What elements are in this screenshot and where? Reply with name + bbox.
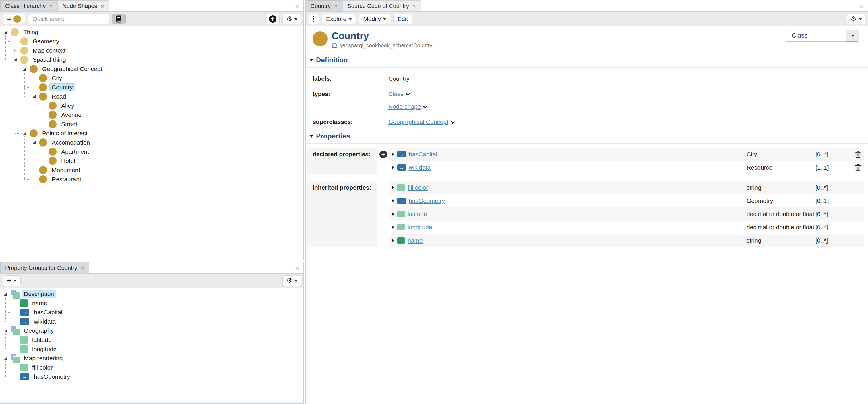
property-row-hascapital[interactable]: →hasCapitalCity[0..*] <box>389 148 864 161</box>
property-link-hascapital[interactable]: hasCapital <box>409 151 437 158</box>
property-row-latitude[interactable]: latitudedecimal or double or float[0..*] <box>389 207 864 221</box>
modify-menu-button[interactable]: Modify <box>359 13 391 24</box>
collapsed-icon[interactable] <box>392 199 394 203</box>
tree-node-country[interactable]: Country <box>32 83 303 92</box>
tree-node-accomodation[interactable]: Accomodation <box>32 138 303 147</box>
chevron-down-icon[interactable] <box>423 104 427 108</box>
property-row-fill-color[interactable]: fill colorstring[0..*] <box>389 181 864 194</box>
add-property-button[interactable]: + <box>379 150 387 158</box>
tree-node-restaurant[interactable]: Restaurant <box>32 175 303 184</box>
chevron-down-icon[interactable] <box>451 119 455 123</box>
resource-type-select[interactable]: Class <box>785 30 859 42</box>
add-property-group-button[interactable]: + <box>3 275 21 286</box>
tree-node-spatial-thing[interactable]: Spatial thing <box>12 55 303 64</box>
expanded-icon[interactable] <box>22 67 27 71</box>
tree-node-geography[interactable]: Geography <box>3 326 303 335</box>
collapsed-icon[interactable] <box>392 226 394 229</box>
datatype-property-icon <box>397 224 405 230</box>
tree-node-city[interactable]: City <box>32 74 303 83</box>
tab-close-icon[interactable]: × <box>412 3 416 9</box>
property-row-hasgeometry[interactable]: →hasGeometryGeometry[0..1] <box>389 194 864 207</box>
tab-close-icon[interactable]: × <box>49 3 53 9</box>
property-row-name[interactable]: namestring[0..*] <box>389 234 864 247</box>
tree-node-hascapital[interactable]: →hasCapital <box>12 308 303 317</box>
resource-link-node-shape[interactable]: Node shape <box>389 103 421 110</box>
tree-node-apartment[interactable]: Apartment <box>41 147 303 156</box>
collapsed-icon[interactable] <box>392 166 394 169</box>
more-actions-button[interactable] <box>308 13 319 24</box>
expanded-icon[interactable] <box>3 292 8 296</box>
tree-node-description[interactable]: Description <box>3 289 303 298</box>
panel-close-icon[interactable]: × <box>859 2 864 11</box>
create-class-button[interactable]: + <box>3 13 25 24</box>
tab-country[interactable]: Country× <box>306 0 342 11</box>
resource-id: IDgeosparql_cookbook_schema:Country <box>332 42 432 49</box>
tab-close-icon[interactable]: × <box>81 265 84 271</box>
tree-node-alley[interactable]: Alley <box>41 101 303 110</box>
expanded-icon[interactable] <box>32 95 37 98</box>
expanded-icon[interactable] <box>22 132 27 135</box>
tree-node-geometry[interactable]: Geometry <box>12 37 303 46</box>
tab-class-hierarchy[interactable]: Class Hierarchy× <box>0 0 57 11</box>
properties-section-header[interactable]: Properties <box>310 132 868 140</box>
tree-node-hasgeometry[interactable]: →hasGeometry <box>12 372 303 381</box>
property-row-longitude[interactable]: longitudedecimal or double or float[0..*… <box>389 221 864 234</box>
tree-node-avenue[interactable]: Avenue <box>41 110 303 119</box>
tab-property-groups-for-country[interactable]: Property Groups for Country× <box>0 262 89 273</box>
resource-link-class[interactable]: Class <box>389 90 404 97</box>
scroll-to-selected-button[interactable] <box>266 13 280 24</box>
tree-node-wikidata[interactable]: →wikidata <box>12 317 303 326</box>
delete-property-button[interactable] <box>852 150 864 158</box>
tab-close-icon[interactable]: × <box>334 3 338 9</box>
tree-node-geographical-concept[interactable]: Geographical Concept <box>22 64 303 74</box>
expanded-icon[interactable] <box>32 141 37 144</box>
edit-button[interactable]: Edit <box>393 13 412 24</box>
tree-node-street[interactable]: Street <box>41 119 303 129</box>
panel-settings-button[interactable]: ⚙ <box>847 13 865 24</box>
definition-section-header[interactable]: Definition <box>310 56 868 64</box>
trash-icon <box>854 164 862 172</box>
expanded-icon[interactable] <box>12 58 18 61</box>
panel-settings-button[interactable]: ⚙ <box>282 13 301 24</box>
quick-search-input[interactable] <box>28 16 109 22</box>
property-link-hasgeometry[interactable]: hasGeometry <box>409 197 445 204</box>
property-link-name[interactable]: name <box>408 237 423 244</box>
select-dropdown-button[interactable] <box>846 30 859 41</box>
dictionary-view-toggle-button[interactable] <box>112 13 126 24</box>
tree-node-fill-color[interactable]: fill color <box>12 363 303 372</box>
expanded-icon[interactable] <box>3 329 8 333</box>
tree-node-map-rendering[interactable]: Map rendering <box>3 354 303 363</box>
delete-property-button[interactable] <box>852 164 864 172</box>
chevron-down-icon[interactable] <box>406 92 410 96</box>
property-row-wikidata[interactable]: →wikidataResource[1..1] <box>389 161 864 174</box>
collapsed-icon[interactable] <box>392 186 394 190</box>
tree-node-latitude[interactable]: latitude <box>12 335 303 345</box>
collapsed-icon[interactable] <box>392 239 394 242</box>
tree-node-map-context[interactable]: Map context <box>12 46 303 55</box>
collapse-icon <box>310 135 313 138</box>
tree-node-monument[interactable]: Monument <box>32 166 303 175</box>
panel-settings-button[interactable]: ⚙ <box>282 275 301 286</box>
tree-node-thing[interactable]: Thing <box>3 28 303 37</box>
panel-close-icon[interactable]: × <box>295 2 299 11</box>
property-link-fill-color[interactable]: fill color <box>408 184 428 191</box>
property-link-wikidata[interactable]: wikidata <box>409 164 431 171</box>
expanded-icon[interactable] <box>3 356 8 360</box>
panel-close-icon[interactable]: × <box>295 264 299 273</box>
collapsed-icon[interactable] <box>392 212 394 216</box>
tree-node-hotel[interactable]: Hotel <box>41 156 303 166</box>
tree-node-longitude[interactable]: longitude <box>12 345 303 354</box>
tree-node-points-of-interest[interactable]: Points of Interest <box>22 129 303 138</box>
tree-node-road[interactable]: Road <box>32 92 303 101</box>
property-link-latitude[interactable]: latitude <box>408 211 427 218</box>
explore-menu-button[interactable]: Explore <box>322 13 356 24</box>
property-link-longitude[interactable]: longitude <box>408 224 432 231</box>
collapsed-icon[interactable] <box>392 152 394 156</box>
tab-close-icon[interactable]: × <box>101 3 104 9</box>
resource-link-geographical-concept[interactable]: Geographical Concept <box>389 118 448 125</box>
tree-node-name[interactable]: name <box>12 298 303 308</box>
collapsed-icon[interactable] <box>12 49 18 52</box>
tab-source-code-of-country[interactable]: Source Code of Country× <box>342 0 421 11</box>
tab-node-shapes[interactable]: Node Shapes× <box>57 0 109 11</box>
expanded-icon[interactable] <box>3 30 8 34</box>
